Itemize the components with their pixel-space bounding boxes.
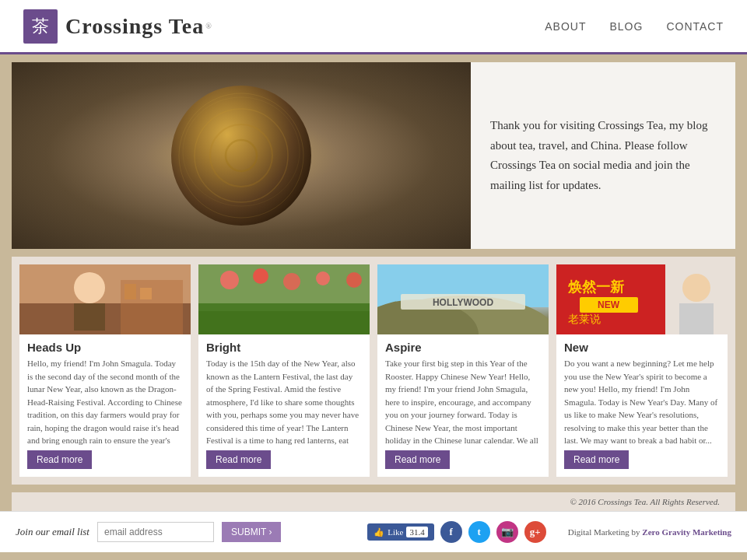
googleplus-icon[interactable]: g+ [524, 521, 546, 543]
post-excerpt-headsup: Hello, my friend! I'm John Smagula. Toda… [19, 357, 191, 450]
logo-area: 茶 Crossings Tea ® [23, 9, 212, 44]
dm-prefix: Digital Marketing by [568, 527, 640, 537]
hero-text-panel: Thank you for visiting Crossings Tea, my… [471, 62, 735, 249]
facebook-like-button[interactable]: 👍 Like 31.4 [367, 523, 433, 541]
post-thumb-headsup [19, 264, 191, 334]
copyright-text: © 2016 Crossings Tea. All Rights Reserve… [570, 497, 720, 506]
svg-point-17 [316, 271, 330, 285]
header: 茶 Crossings Tea ® ABOUT BLOG CONTACT [0, 0, 747, 54]
hero-section: Thank you for visiting Crossings Tea, my… [12, 62, 735, 249]
svg-point-0 [179, 93, 303, 218]
read-more-bright[interactable]: Read more [206, 450, 271, 469]
nav-contact[interactable]: CONTACT [666, 20, 724, 33]
read-more-new[interactable]: Read more [564, 450, 629, 469]
svg-point-16 [283, 273, 300, 290]
footer-bottom: Join our email list SUBMIT › 👍 Like 31.4… [0, 511, 747, 552]
hero-image [12, 62, 471, 249]
facebook-icon[interactable]: f [440, 521, 462, 543]
logo-trademark: ® [205, 22, 212, 30]
post-thumb-aspire: HOLLYWOOD [377, 264, 549, 334]
post-card-new: 焕然一新 NEW 老莱说 New Do you want a new begin… [556, 264, 728, 477]
hero-description: Thank you for visiting Crossings Tea, my… [490, 116, 716, 195]
svg-point-7 [74, 272, 105, 303]
post-thumb-new: 焕然一新 NEW 老莱说 [556, 264, 728, 334]
logo-icon: 茶 [23, 9, 58, 44]
copyright-bar: © 2016 Crossings Tea. All Rights Reserve… [12, 492, 735, 511]
svg-point-2 [210, 124, 272, 187]
post-title-new: New [556, 334, 728, 357]
svg-point-4 [183, 97, 300, 206]
svg-rect-11 [140, 288, 152, 299]
email-input[interactable] [97, 522, 214, 542]
logo-text: Crossings Tea [65, 14, 204, 39]
fb-like-label: Like [388, 527, 403, 537]
svg-text:老莱说: 老莱说 [568, 313, 601, 325]
logo-chinese-char: 茶 [32, 15, 49, 38]
post-thumb-bright [198, 264, 370, 334]
read-more-aspire[interactable]: Read more [385, 450, 450, 469]
post-excerpt-new: Do you want a new beginning? Let me help… [556, 357, 728, 450]
read-more-headsup[interactable]: Read more [27, 450, 92, 469]
svg-rect-8 [74, 303, 105, 331]
nav-about[interactable]: ABOUT [545, 20, 586, 33]
svg-rect-19 [198, 311, 370, 334]
post-excerpt-bright: Today is the 15th day of the New Year, a… [198, 357, 370, 450]
email-signup: Join our email list SUBMIT › [16, 522, 281, 542]
tea-cup-image [171, 86, 311, 226]
post-card-headsup: Heads Up Hello, my friend! I'm John Smag… [19, 264, 191, 477]
svg-text:HOLLYWOOD: HOLLYWOOD [433, 297, 494, 308]
svg-point-14 [220, 271, 239, 289]
email-list-label: Join our email list [16, 526, 89, 538]
svg-point-32 [682, 274, 710, 302]
post-card-bright: Bright Today is the 15th day of the New … [198, 264, 370, 477]
nav-blog[interactable]: BLOG [609, 20, 643, 33]
fb-thumbs-icon: 👍 [374, 527, 384, 537]
submit-button[interactable]: SUBMIT › [222, 522, 281, 542]
post-card-aspire: HOLLYWOOD Aspire Take your first big ste… [377, 264, 549, 477]
fb-count: 31.4 [406, 527, 427, 537]
svg-text:NEW: NEW [598, 299, 620, 310]
svg-point-18 [346, 272, 362, 288]
svg-rect-33 [679, 303, 714, 334]
post-title-bright: Bright [198, 334, 370, 357]
instagram-icon[interactable]: 📷 [496, 521, 518, 543]
footer-social: 👍 Like 31.4 f t 📷 g+ Digital Marketing b… [367, 521, 731, 543]
svg-text:焕然一新: 焕然一新 [567, 278, 625, 295]
svg-point-3 [226, 140, 257, 171]
svg-point-15 [253, 268, 268, 284]
dm-link[interactable]: Zero Gravity Marketing [642, 527, 731, 537]
post-title-headsup: Heads Up [19, 334, 191, 357]
svg-point-1 [195, 109, 288, 202]
posts-grid: Heads Up Hello, my friend! I'm John Smag… [12, 257, 735, 485]
twitter-icon[interactable]: t [468, 521, 490, 543]
main-nav: ABOUT BLOG CONTACT [545, 20, 724, 33]
svg-rect-10 [124, 284, 136, 299]
digital-marketing: Digital Marketing by Zero Gravity Market… [568, 527, 731, 537]
post-title-aspire: Aspire [377, 334, 549, 357]
post-excerpt-aspire: Take your first big step in this Year of… [377, 357, 549, 450]
